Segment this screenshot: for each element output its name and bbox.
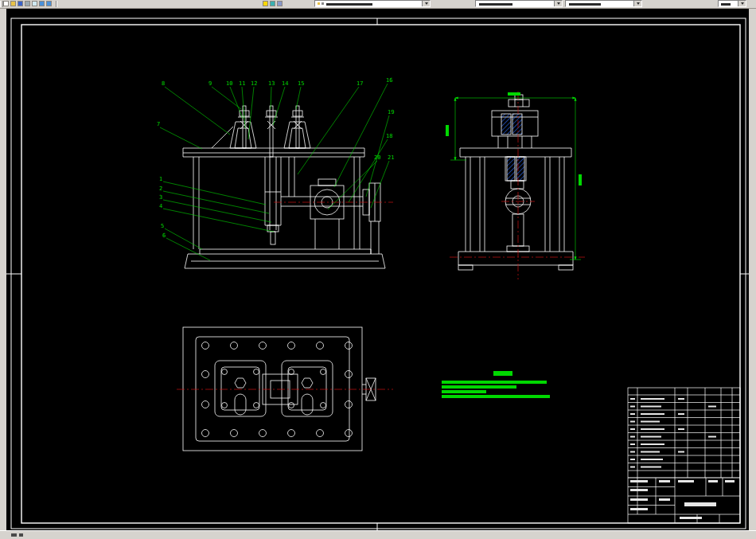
part-callout[interactable]: 10: [226, 80, 232, 87]
part-callout[interactable]: 14: [282, 80, 288, 87]
linetype-combo-value: [569, 3, 601, 6]
technical-notes[interactable]: [442, 371, 550, 398]
part-callout[interactable]: 16: [386, 77, 392, 84]
new-icon[interactable]: [3, 1, 9, 6]
chevron-down-icon[interactable]: [554, 1, 562, 6]
layers-icon[interactable]: [270, 1, 275, 6]
chevron-down-icon[interactable]: [422, 1, 430, 6]
redo-icon[interactable]: [46, 1, 52, 6]
part-callout[interactable]: 2: [159, 186, 162, 192]
part-callout[interactable]: 5: [161, 223, 164, 229]
status-mark: [19, 533, 23, 537]
toolbar-separator: [56, 1, 57, 7]
notes-line: [442, 381, 547, 384]
cad-window: 8 9 10 11 12 13 14 15 17 16 19 18 20 21 …: [0, 0, 756, 539]
part-callout[interactable]: 4: [159, 203, 162, 209]
part-callout[interactable]: 3: [159, 194, 162, 201]
hatched-section: [512, 114, 522, 135]
part-callout[interactable]: 17: [357, 80, 363, 87]
part-callout[interactable]: 19: [388, 109, 394, 115]
part-callout[interactable]: 21: [388, 154, 394, 161]
part-callout[interactable]: 20: [374, 154, 380, 161]
chevron-down-icon[interactable]: [738, 1, 746, 6]
hex-nut: [302, 378, 313, 388]
part-callout[interactable]: 13: [268, 80, 275, 87]
hatched-section: [507, 157, 515, 181]
plan-view[interactable]: [177, 327, 393, 451]
save-icon[interactable]: [18, 1, 23, 6]
layer-on-icon: [318, 2, 320, 5]
layer-combo[interactable]: [314, 0, 431, 7]
view-combo[interactable]: [718, 0, 746, 7]
drawing-canvas[interactable]: 8 9 10 11 12 13 14 15 17 16 19 18 20 21 …: [6, 9, 749, 530]
hatched-section: [516, 157, 524, 181]
status-mark: [11, 533, 17, 537]
part-callout[interactable]: 8: [162, 80, 165, 87]
open-icon[interactable]: [10, 1, 16, 6]
notes-line: [442, 395, 550, 398]
lightning-icon[interactable]: [263, 1, 268, 6]
view-combo-value: [721, 3, 731, 6]
canvas-frame: 8 9 10 11 12 13 14 15 17 16 19 18 20 21 …: [0, 9, 756, 530]
part-callout[interactable]: 11: [239, 80, 245, 87]
notes-line: [442, 385, 516, 389]
toolbar: [0, 0, 756, 9]
status-bar: [0, 530, 756, 539]
part-callout[interactable]: 15: [298, 80, 304, 87]
part-callout[interactable]: 7: [157, 121, 160, 127]
part-callout[interactable]: 6: [162, 232, 166, 239]
part-callout[interactable]: 1: [159, 176, 162, 182]
notes-line: [442, 390, 486, 393]
color-combo[interactable]: [475, 0, 563, 7]
part-callout[interactable]: 9: [208, 80, 212, 87]
print-icon[interactable]: [25, 1, 30, 6]
osnap-icon[interactable]: [277, 1, 283, 6]
color-combo-value: [479, 3, 512, 6]
side-view[interactable]: [450, 92, 585, 279]
chevron-down-icon[interactable]: [633, 1, 641, 6]
notes-title: [493, 371, 512, 376]
linetype-combo[interactable]: [565, 0, 642, 7]
preview-icon[interactable]: [32, 1, 37, 6]
layer-combo-value: [326, 3, 372, 6]
undo-icon[interactable]: [39, 1, 45, 6]
front-view[interactable]: [183, 106, 393, 268]
part-callout[interactable]: 18: [386, 133, 392, 139]
hatched-section: [501, 114, 511, 135]
drawing-sheet[interactable]: 8 9 10 11 12 13 14 15 17 16 19 18 20 21 …: [6, 9, 749, 530]
hex-nut: [235, 378, 246, 388]
title-block-text: [630, 398, 735, 519]
part-callout[interactable]: 12: [251, 80, 257, 87]
layer-lock-icon: [321, 2, 324, 5]
title-block[interactable]: [628, 388, 740, 523]
